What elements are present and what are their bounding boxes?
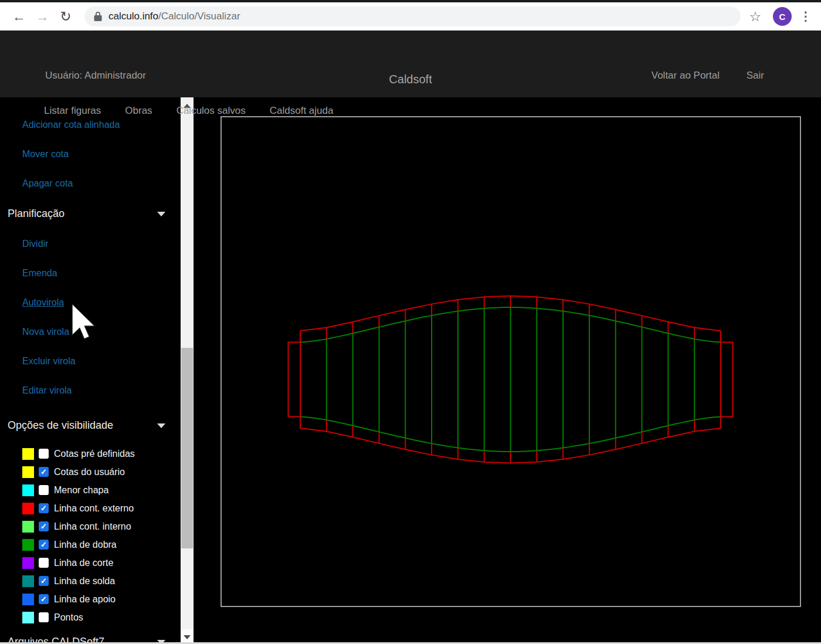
visibility-checkbox-3[interactable]: ✓ (39, 503, 49, 513)
browser-chrome: ← → ↻ calculo.info/Calculo/Visualizar ☆ … (0, 0, 821, 30)
visibility-option-row: Menor chapa (0, 481, 181, 499)
visibility-option-label: Linha cont. externo (54, 503, 134, 514)
logout-link[interactable]: Sair (747, 70, 764, 82)
visibility-checkbox-9[interactable] (39, 612, 49, 622)
color-swatch (22, 503, 34, 514)
user-label: Usuário: Administrador (45, 70, 146, 82)
pattern-right-tab (721, 343, 733, 417)
sidebar-link-label: Nova virola (22, 327, 69, 337)
visibility-checkbox-4[interactable]: ✓ (39, 521, 49, 531)
color-swatch (22, 521, 34, 533)
forward-button[interactable]: → (30, 5, 54, 28)
visibility-checkbox-8[interactable]: ✓ (39, 594, 49, 604)
visibility-checkbox-2[interactable] (39, 485, 49, 495)
reload-button[interactable]: ↻ (54, 5, 77, 28)
visibility-option-label: Linha de solda (54, 576, 115, 587)
visibility-option-label: Linha cont. interno (54, 521, 131, 532)
section-visibilidade[interactable]: Opções de visibilidade (0, 410, 181, 441)
visibility-option-label: Cotas pré definidas (54, 449, 135, 459)
sidebar-top-links: Adicionar cota alinhadaMover cotaApagar … (0, 110, 181, 198)
color-swatch (22, 539, 34, 551)
sidebar-link-label: Emenda (22, 268, 57, 279)
section-planificacao-label: Planificação (8, 208, 65, 220)
address-bar[interactable]: calculo.info/Calculo/Visualizar (84, 6, 741, 26)
color-swatch (22, 557, 34, 569)
scrollbar-thumb[interactable] (181, 348, 193, 548)
visibility-option-label: Cotas do usuário (54, 467, 125, 477)
sidebar-link-label: Excluir virola (22, 356, 76, 367)
visibility-option-row: ✓Linha de apoio (0, 590, 181, 608)
visibility-option-label: Menor chapa (54, 485, 108, 496)
bookmark-star-icon[interactable]: ☆ (749, 9, 761, 25)
browser-menu-icon[interactable]: ⋮ (798, 9, 814, 23)
url-text: calculo.info/Calculo/Visualizar (108, 11, 240, 22)
visibility-option-row: ✓Linha cont. interno (0, 517, 181, 535)
sidebar-link-excluir-virola[interactable]: Excluir virola (0, 347, 181, 376)
pattern-left-tab (289, 343, 301, 417)
chevron-down-icon (157, 423, 165, 428)
sidebar-link-label: Mover cota (22, 149, 69, 160)
sidebar-link-label: Autovirola (22, 297, 64, 308)
lock-icon (94, 12, 102, 21)
url-host: calculo.info (108, 11, 158, 22)
visibility-checkbox-5[interactable]: ✓ (39, 540, 49, 550)
sidebar-planificacao-links: DividirEmendaAutovirolaNova virolaExclui… (0, 229, 181, 405)
color-swatch (22, 594, 34, 605)
back-button[interactable]: ← (7, 5, 30, 28)
color-swatch (22, 612, 34, 623)
section-arquivos[interactable]: Arquivos CALDSoft7 (0, 626, 181, 644)
site-header: Usuário: Administrador Caldsoft Voltar a… (0, 30, 821, 97)
visibility-option-row: ✓Linha cont. externo (0, 499, 181, 517)
nav-item-1[interactable]: Obras (125, 105, 152, 117)
sidebar-scrollbar[interactable] (181, 97, 194, 644)
color-swatch (22, 575, 34, 587)
scroll-down-icon[interactable] (184, 635, 191, 639)
url-path: /Calculo/Visualizar (158, 11, 240, 22)
drawing-canvas[interactable] (194, 97, 821, 644)
sidebar-link-mover-cota[interactable]: Mover cota (0, 140, 181, 169)
color-swatch (22, 448, 34, 460)
back-to-portal-link[interactable]: Voltar ao Portal (652, 70, 720, 82)
main-nav: Listar figurasObrasCálculos salvosCaldso… (44, 105, 333, 117)
sidebar-link-autovirola[interactable]: Autovirola (0, 288, 181, 317)
sidebar-link-emenda[interactable]: Emenda (0, 259, 181, 288)
visibility-checkbox-6[interactable] (39, 558, 49, 568)
nav-item-3[interactable]: Caldsoft ajuda (270, 105, 334, 117)
nav-item-0[interactable]: Listar figuras (44, 105, 101, 117)
drawing-svg (194, 97, 821, 644)
sidebar-link-label: Apagar cota (22, 178, 73, 189)
sidebar: Adicionar cota alinhadaMover cotaApagar … (0, 97, 181, 644)
section-visibilidade-label: Opções de visibilidade (8, 419, 113, 432)
sidebar-link-nova-virola[interactable]: Nova virola (0, 317, 181, 347)
visibility-checkbox-0[interactable] (39, 449, 49, 459)
visibility-option-row: ✓Linha de dobra (0, 535, 181, 554)
visibility-checkbox-7[interactable]: ✓ (39, 576, 49, 586)
chevron-down-icon (157, 212, 165, 216)
sidebar-link-label: Editar virola (22, 385, 72, 396)
visibility-option-label: Linha de apoio (54, 594, 116, 605)
color-swatch (22, 484, 34, 496)
visibility-option-row: ✓Cotas do usuário (0, 463, 181, 481)
visibility-options: Cotas pré definidas✓Cotas do usuárioMeno… (0, 445, 181, 626)
visibility-option-row: Pontos (0, 608, 181, 626)
app-title: Caldsoft (389, 73, 432, 86)
visibility-checkbox-1[interactable]: ✓ (39, 467, 49, 477)
nav-item-2[interactable]: Cálculos salvos (177, 105, 246, 117)
section-planificacao[interactable]: Planificação (0, 198, 181, 229)
visibility-option-row: Cotas pré definidas (0, 445, 181, 463)
sidebar-link-apagar-cota[interactable]: Apagar cota (0, 169, 181, 198)
sidebar-link-label: Dividir (22, 239, 48, 249)
visibility-option-label: Linha de corte (54, 558, 113, 568)
visibility-option-row: ✓Linha de solda (0, 572, 181, 590)
visibility-option-label: Linha de dobra (54, 540, 117, 550)
color-swatch (22, 466, 34, 478)
visibility-option-row: Linha de corte (0, 554, 181, 572)
profile-avatar[interactable]: C (773, 7, 792, 26)
sidebar-link-editar-virola[interactable]: Editar virola (0, 376, 181, 405)
sidebar-link-label: Adicionar cota alinhada (22, 120, 120, 130)
sidebar-link-dividir[interactable]: Dividir (0, 229, 181, 259)
visibility-option-label: Pontos (54, 612, 83, 623)
